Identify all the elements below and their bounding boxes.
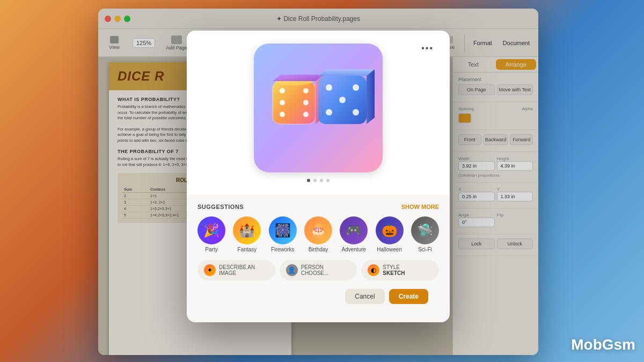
watermark: MobGsm <box>571 336 635 353</box>
fantasy-icon: 🏰 <box>233 216 261 244</box>
suggestion-scifi[interactable]: 🛸 Sci-Fi <box>411 216 439 252</box>
svg-point-4 <box>303 88 309 93</box>
halloween-label: Halloween <box>377 247 402 252</box>
adventure-label: Adventure <box>342 247 367 252</box>
suggestions-grid: 🎉 Party 🏰 Fantasy 🎆 Fireworks 🎂 Birthday <box>197 216 439 252</box>
person-input[interactable]: 👤 PERSON CHOOSE... <box>280 260 357 280</box>
person-label: PERSON <box>301 264 329 270</box>
suggestion-fantasy[interactable]: 🏰 Fantasy <box>233 216 261 252</box>
pagination-dots <box>307 179 330 182</box>
svg-point-12 <box>339 97 346 103</box>
fireworks-icon: 🎆 <box>269 216 297 244</box>
modal-overlay: ••• <box>98 9 538 355</box>
modal-suggestions: SUGGESTIONS SHOW MORE 🎉 Party 🏰 Fantasy … <box>187 195 450 322</box>
svg-rect-0 <box>273 81 316 124</box>
mac-window: ✦ Dice Roll Probability.pages View 125% … <box>98 9 538 355</box>
dice-svg <box>259 54 377 162</box>
svg-point-6 <box>303 100 309 105</box>
dice-image <box>254 44 383 172</box>
svg-point-5 <box>280 100 285 105</box>
party-label: Party <box>205 247 217 252</box>
suggestions-header: SUGGESTIONS SHOW MORE <box>197 204 439 210</box>
dot-3 <box>320 179 323 182</box>
fantasy-label: Fantasy <box>238 247 257 252</box>
style-value: SKETCH <box>383 270 405 276</box>
describe-label: DESCRIBE AN <box>219 264 255 270</box>
dot-4 <box>326 179 330 182</box>
halloween-icon: 🎃 <box>376 216 404 244</box>
adventure-icon: 🎮 <box>340 216 368 244</box>
suggestion-birthday[interactable]: 🎂 Birthday <box>304 216 332 252</box>
style-label: STYLE <box>383 264 405 270</box>
create-button[interactable]: Create <box>389 289 428 304</box>
input-options: ✦ DESCRIBE AN IMAGE 👤 PERSON CHOOSE... <box>197 260 439 280</box>
svg-point-14 <box>353 109 359 115</box>
person-text: PERSON CHOOSE... <box>301 264 329 276</box>
suggestion-fireworks[interactable]: 🎆 Fireworks <box>269 216 297 252</box>
suggestions-title: SUGGESTIONS <box>197 204 244 210</box>
svg-point-7 <box>280 112 285 117</box>
show-more-button[interactable]: SHOW MORE <box>401 204 439 210</box>
dot-2 <box>313 179 317 182</box>
suggestion-adventure[interactable]: 🎮 Adventure <box>340 216 368 252</box>
cancel-button[interactable]: Cancel <box>345 289 384 304</box>
describe-text: DESCRIBE AN IMAGE <box>219 264 255 276</box>
image-generation-modal: ••• <box>187 31 450 322</box>
suggestion-party[interactable]: 🎉 Party <box>197 216 225 252</box>
birthday-icon: 🎂 <box>304 216 332 244</box>
dot-1 <box>307 179 310 182</box>
style-input[interactable]: ◐ STYLE SKETCH <box>361 260 439 280</box>
birthday-label: Birthday <box>309 247 328 252</box>
svg-point-10 <box>326 84 332 91</box>
scifi-label: Sci-Fi <box>418 247 432 252</box>
modal-footer: Cancel Create <box>197 289 439 314</box>
describe-image-input[interactable]: ✦ DESCRIBE AN IMAGE <box>197 260 275 280</box>
svg-point-13 <box>326 109 332 115</box>
party-icon: 🎉 <box>197 216 225 244</box>
more-options-button[interactable]: ••• <box>416 41 439 55</box>
style-icon: ◐ <box>368 264 379 276</box>
person-sublabel: CHOOSE... <box>301 270 329 276</box>
describe-sublabel: IMAGE <box>219 270 255 276</box>
modal-image-area: ••• <box>187 31 450 195</box>
svg-point-8 <box>303 112 309 117</box>
describe-icon: ✦ <box>204 264 216 276</box>
style-text: STYLE SKETCH <box>383 264 405 276</box>
person-icon: 👤 <box>286 264 298 276</box>
svg-point-11 <box>353 84 359 91</box>
suggestion-halloween[interactable]: 🎃 Halloween <box>376 216 404 252</box>
scifi-icon: 🛸 <box>411 216 439 244</box>
svg-point-3 <box>280 88 285 93</box>
fireworks-label: Fireworks <box>271 247 294 252</box>
